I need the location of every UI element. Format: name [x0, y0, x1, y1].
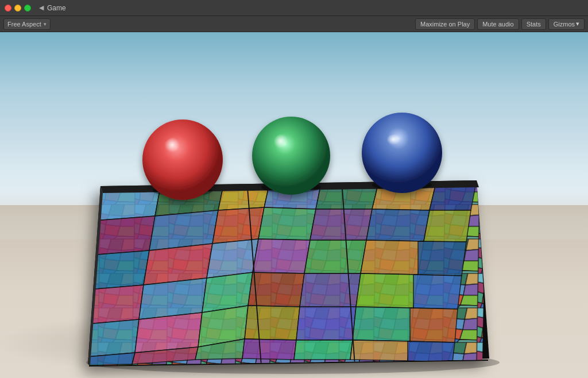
aspect-label: Free Aspect — [7, 21, 41, 28]
gizmos-button[interactable]: Gizmos ▾ — [548, 18, 585, 30]
svg-marker-39 — [356, 273, 418, 308]
stats-button[interactable]: Stats — [521, 18, 546, 30]
aspect-arrow-icon: ▾ — [44, 21, 47, 27]
svg-marker-26 — [424, 210, 471, 242]
svg-marker-34 — [88, 285, 144, 324]
svg-marker-40 — [413, 275, 462, 309]
svg-marker-33 — [418, 241, 466, 276]
svg-marker-24 — [310, 209, 372, 240]
svg-marker-32 — [361, 240, 424, 275]
svg-marker-45 — [296, 307, 356, 340]
svg-marker-25 — [366, 209, 430, 241]
svg-marker-54 — [408, 341, 455, 362]
title-bar: ◀ Game — [0, 0, 588, 16]
blue-sphere-highlight — [385, 134, 408, 152]
panel-group — [83, 180, 489, 365]
green-sphere-highlight — [272, 134, 296, 158]
svg-marker-31 — [304, 240, 366, 273]
back-icon[interactable]: ◀ — [39, 4, 44, 11]
svg-marker-47 — [410, 308, 458, 342]
svg-marker-53 — [350, 340, 410, 361]
svg-marker-22 — [212, 207, 264, 244]
svg-marker-38 — [300, 273, 361, 307]
svg-marker-44 — [245, 306, 300, 340]
blue-sphere — [362, 113, 442, 193]
mute-audio-button[interactable]: Mute audio — [477, 18, 519, 30]
svg-marker-42 — [135, 313, 202, 353]
traffic-lights — [5, 5, 31, 11]
window-title: Game — [47, 4, 66, 12]
aspect-dropdown[interactable]: Free Aspect ▾ — [3, 18, 51, 30]
minimize-button[interactable] — [14, 5, 21, 11]
game-viewport — [0, 32, 588, 378]
svg-marker-52 — [294, 340, 353, 360]
svg-marker-41 — [88, 319, 139, 357]
green-sphere — [252, 117, 330, 195]
close-button[interactable] — [5, 5, 11, 11]
svg-marker-30 — [253, 239, 310, 273]
svg-marker-51 — [242, 339, 296, 360]
red-sphere-highlight — [163, 137, 188, 163]
gizmos-label: Gizmos — [554, 21, 575, 28]
scene-svg — [0, 32, 588, 378]
gizmos-arrow-icon: ▾ — [576, 20, 579, 28]
maximize-button[interactable] — [24, 5, 31, 11]
svg-marker-46 — [353, 307, 413, 341]
maximize-on-play-button[interactable]: Maximize on Play — [415, 18, 475, 30]
svg-marker-23 — [258, 207, 316, 240]
game-toolbar: Free Aspect ▾ Maximize on Play Mute audi… — [0, 16, 588, 32]
